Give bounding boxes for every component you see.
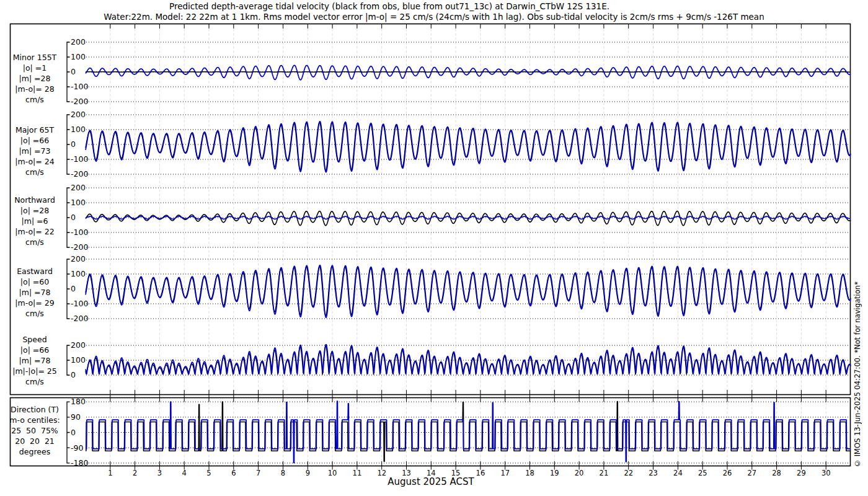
y-tick-label: 100: [71, 269, 86, 278]
direction-series-model: [86, 401, 851, 463]
panel-label-line: |o| =60: [2, 277, 67, 287]
panel-label-line: |o| =66: [2, 345, 67, 355]
y-axis-major: [67, 115, 70, 174]
y-tick-label: -200: [71, 169, 88, 179]
panel-label-northward: Northward |o| =28 |m| =6 |m-o|= 22 cm/s: [2, 195, 67, 247]
panel-label-line: cm/s: [2, 167, 67, 177]
y-tick-label: -100: [71, 299, 88, 308]
panel-label-line: cm/s: [2, 237, 67, 247]
y-tick-label: 200: [71, 110, 86, 119]
y-tick-label: 200: [71, 183, 86, 192]
watermark: © IMOS 13-Jun-2025 04:27:00. *Not for na…: [853, 202, 862, 467]
y-tick-label: 0: [71, 370, 76, 379]
y-axis-speed: [67, 345, 70, 375]
y-tick-label: 100: [71, 125, 86, 134]
panel-label-line: cm/s: [2, 94, 67, 105]
y-tick-label: 0: [71, 284, 76, 293]
panel-label-line: Major 65T: [2, 125, 67, 135]
panel-label-line: cm/s: [2, 308, 67, 319]
minor-series-observed: [86, 72, 851, 73]
panel-label-line: |m-o|= 28: [2, 84, 67, 94]
panel-label-speed: Speed |o| =66 |m| =78 |m|-|o|= 25 cm/s: [2, 334, 67, 387]
y-tick-label: 0: [71, 67, 76, 76]
chart-canvas: 2001000-100-2002001000-100-2002001000-10…: [0, 0, 868, 496]
y-tick-label: 0: [71, 140, 76, 149]
y-tick-label: -200: [71, 314, 88, 323]
y-tick-label: 0: [71, 428, 76, 437]
panel-label-line: 20 20 21: [2, 436, 67, 446]
panel-label-line: 25 50 75%: [2, 425, 67, 436]
tidal-velocity-figure: Predicted depth-average tidal velocity (…: [0, 0, 868, 496]
direction-series-observed: [86, 402, 851, 462]
panel-label-line: |m| =73: [2, 146, 67, 156]
y-tick-label: -100: [71, 154, 88, 164]
panel-label-major: Major 65T |o| =66 |m| =73 |m-o|= 24 cm/s: [2, 125, 67, 177]
panel-label-line: degrees: [2, 446, 67, 457]
y-tick-label: -100: [71, 82, 88, 91]
panel-label-line: |o| =1: [2, 63, 67, 73]
y-tick-label: 200: [71, 340, 86, 350]
panel-label-line: |o| =66: [2, 135, 67, 146]
panel-label-line: Minor 155T: [2, 52, 67, 63]
minor-series-model: [86, 65, 851, 80]
y-tick-label: -100: [71, 228, 88, 237]
panel-label-line: |m| =6: [2, 216, 67, 226]
y-tick-label: -200: [71, 97, 88, 106]
panel-label-minor: Minor 155T |o| =1 |m| =28 |m-o|= 28 cm/s: [2, 52, 67, 105]
panel-label-line: |m-o|= 24: [2, 156, 67, 167]
y-tick-label: -90: [71, 443, 83, 453]
y-axis-eastward: [67, 259, 70, 319]
panel-label-line: Speed: [2, 334, 67, 345]
y-tick-label: 180: [71, 397, 86, 406]
panel-label-line: m-o centiles:: [2, 415, 67, 425]
panel-label-direction: Direction (T) m-o centiles: 25 50 75% 20…: [2, 404, 67, 457]
panel-label-line: Eastward: [2, 266, 67, 277]
y-tick-label: 0: [71, 213, 76, 222]
y-tick-label: -200: [71, 242, 88, 252]
panel-label-line: |m-o|= 22: [2, 226, 67, 237]
y-axis-northward: [67, 188, 70, 247]
panel-label-line: |o| =28: [2, 205, 67, 216]
panel-label-line: |m-o|= 29: [2, 298, 67, 308]
y-tick-label: 200: [71, 254, 86, 264]
panel-label-eastward: Eastward |o| =60 |m| =78 |m-o|= 29 cm/s: [2, 266, 67, 319]
panel-label-line: Northward: [2, 195, 67, 205]
y-tick-label: 100: [71, 52, 86, 61]
y-tick-label: 100: [71, 355, 86, 365]
x-axis-title: August 2025 ACST: [0, 476, 862, 487]
panel-label-line: |m| =28: [2, 73, 67, 84]
panel-box: [11, 24, 851, 395]
y-tick-label: 200: [71, 37, 86, 46]
panel-label-line: |m| =78: [2, 287, 67, 298]
y-axis-direction: [67, 402, 70, 463]
panel-label-line: cm/s: [2, 376, 67, 387]
panel-label-line: |m|-|o|= 25: [2, 366, 67, 376]
panel-label-line: |m| =78: [2, 355, 67, 366]
y-tick-label: 90: [71, 412, 81, 422]
y-axis-minor: [67, 42, 70, 102]
panel-label-line: Direction (T): [2, 404, 67, 415]
y-tick-label: 100: [71, 198, 86, 207]
